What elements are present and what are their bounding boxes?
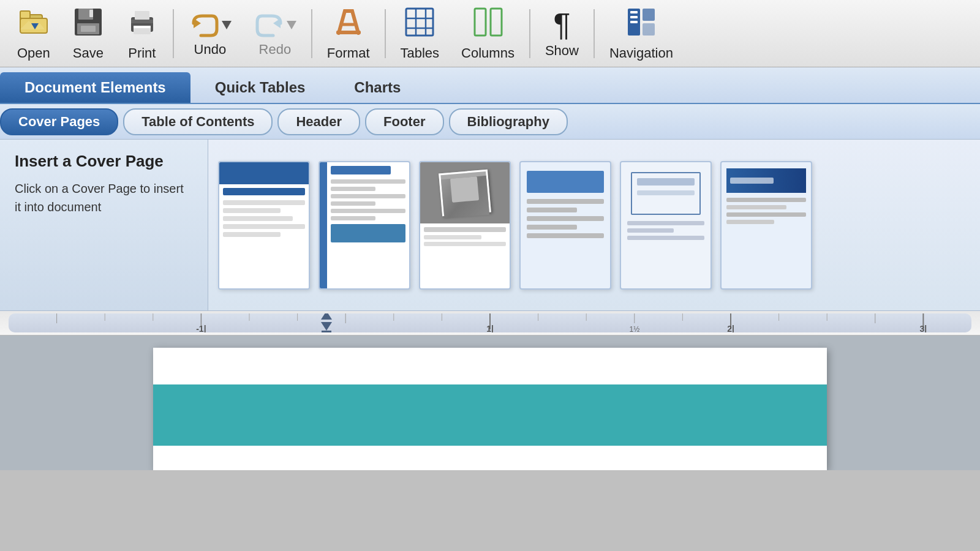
card-4-line1 [527, 199, 604, 204]
tables-icon [404, 6, 435, 43]
format-icon [333, 6, 364, 43]
template-card-2[interactable] [318, 161, 410, 290]
save-label: Save [73, 45, 104, 61]
card-6-line3 [726, 212, 806, 217]
svg-text:-1|: -1| [196, 324, 206, 332]
svg-rect-9 [135, 11, 149, 20]
template-card-5[interactable] [620, 161, 712, 290]
document-content-area [153, 446, 827, 470]
ruler[interactable]: -1| 1| 1½ 2| 3| [0, 311, 980, 335]
columns-label: Columns [461, 45, 514, 61]
print-button[interactable]: Print [115, 1, 169, 66]
print-icon [126, 6, 158, 43]
svg-rect-29 [643, 23, 655, 36]
svg-rect-2 [20, 11, 30, 18]
card-4-line2 [527, 208, 577, 212]
open-button[interactable]: Open [6, 1, 61, 66]
svg-rect-30 [630, 16, 638, 18]
divider-1 [173, 9, 174, 58]
subtab-footer[interactable]: Footer [365, 108, 443, 135]
left-panel-desc: Click on a Cover Page to insert it into … [15, 179, 193, 216]
svg-marker-14 [194, 18, 201, 28]
sub-tabs: Cover Pages Table of Contents Header Foo… [0, 104, 980, 140]
card-2-title [331, 166, 391, 174]
card-3-photo [420, 162, 510, 223]
svg-text:1|: 1| [486, 324, 494, 332]
svg-rect-31 [630, 21, 638, 23]
svg-marker-16 [273, 18, 281, 28]
left-panel-title: Insert a Cover Page [15, 152, 193, 171]
divider-2 [311, 9, 312, 58]
subtab-bibliography[interactable]: Bibliography [449, 108, 568, 135]
divider-4 [529, 9, 530, 58]
redo-button[interactable]: Redo [243, 5, 307, 62]
card-6-header [726, 168, 806, 193]
tab-quick-tables[interactable]: Quick Tables [190, 72, 330, 103]
card-2-line5 [331, 209, 405, 213]
svg-text:2|: 2| [727, 324, 734, 332]
svg-text:1½: 1½ [629, 325, 639, 332]
subtab-cover-pages[interactable]: Cover Pages [0, 108, 118, 135]
card-6-line1 [726, 198, 806, 202]
template-card-1[interactable] [218, 161, 310, 290]
open-icon [18, 6, 50, 43]
card-1-header [219, 162, 309, 184]
card-5-border-box [631, 172, 700, 215]
subtab-header[interactable]: Header [277, 108, 360, 135]
cards-area [208, 140, 980, 310]
format-button[interactable]: Format [316, 1, 381, 66]
undo-icon-row [189, 10, 232, 42]
template-card-4[interactable] [519, 161, 611, 290]
svg-rect-25 [491, 9, 502, 36]
tables-button[interactable]: Tables [390, 1, 451, 66]
svg-rect-27 [630, 11, 638, 13]
open-label: Open [17, 45, 50, 61]
card-2-line3 [331, 194, 405, 198]
print-label: Print [128, 45, 156, 61]
svg-rect-28 [643, 9, 655, 21]
card-3-line1 [424, 227, 506, 232]
show-button[interactable]: ¶ Show [534, 4, 590, 64]
redo-icon-row [254, 10, 296, 42]
card-3-line2 [424, 235, 481, 239]
card-1-line5 [223, 232, 281, 237]
card-2-line4 [331, 201, 375, 206]
tab-document-elements[interactable]: Document Elements [0, 72, 190, 103]
svg-rect-18 [336, 31, 361, 34]
template-card-3[interactable] [419, 161, 511, 290]
save-button[interactable]: Save [61, 1, 115, 66]
navigation-button[interactable]: Navigation [598, 1, 684, 66]
ruler-ticks-svg: -1| 1| 1½ 2| 3| [9, 313, 971, 332]
ruler-handle[interactable] [321, 313, 332, 332]
format-label: Format [327, 45, 370, 61]
columns-button[interactable]: Columns [450, 1, 526, 66]
toolbar: Open Save Print [0, 0, 980, 67]
document-area [0, 335, 980, 470]
svg-rect-24 [475, 9, 486, 36]
card-1-line1 [223, 200, 305, 205]
ruler-bottom-arrow [321, 322, 332, 331]
navigation-label: Navigation [609, 45, 673, 61]
svg-rect-13 [131, 20, 153, 23]
tab-charts[interactable]: Charts [330, 72, 425, 103]
subtab-table-of-contents[interactable]: Table of Contents [123, 108, 273, 135]
document-page [153, 348, 827, 470]
svg-rect-5 [89, 10, 93, 17]
content-panel: Insert a Cover Page Click on a Cover Pag… [0, 140, 980, 311]
card-1-content [219, 184, 309, 288]
left-panel: Insert a Cover Page Click on a Cover Pag… [0, 140, 208, 310]
card-2-line2 [331, 187, 375, 191]
template-card-6[interactable] [720, 161, 812, 290]
card-6-header-text [730, 178, 774, 184]
card-5-line3 [627, 236, 704, 240]
columns-icon [472, 6, 504, 43]
card-2-line6 [331, 216, 375, 220]
svg-rect-7 [81, 26, 96, 32]
ruler-handle-rect [322, 331, 331, 332]
ribbon-tabs: Document Elements Quick Tables Charts [0, 67, 980, 104]
card-5-inner-line [637, 190, 694, 195]
undo-button[interactable]: Undo [178, 5, 243, 62]
show-label: Show [545, 43, 579, 59]
card-1-line3 [223, 216, 293, 221]
card-2-body [327, 162, 409, 288]
